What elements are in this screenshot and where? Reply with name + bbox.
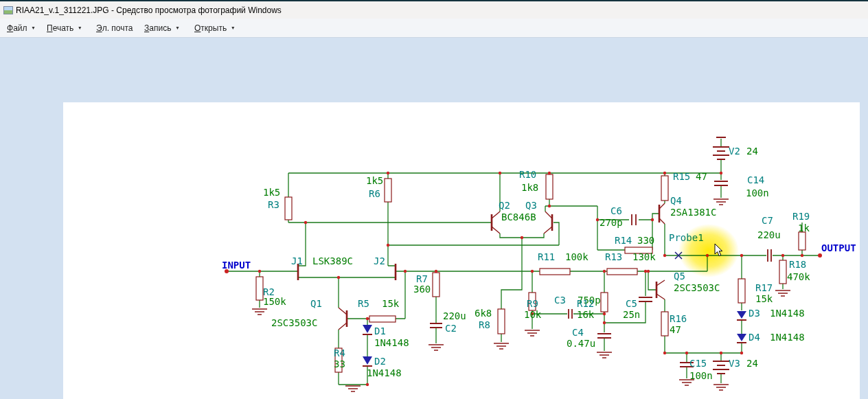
val-d3: 1N4148 — [770, 308, 805, 319]
ref-r13: R13 — [605, 252, 622, 262]
highlight-overlay — [678, 224, 739, 277]
val-r2: 150k — [263, 297, 286, 307]
val-v2: 24 — [746, 146, 758, 157]
ref-r16: R16 — [670, 314, 687, 324]
ref-c15: C15 — [689, 358, 707, 369]
val-c6: 270p — [599, 218, 623, 228]
ref-c7: C7 — [762, 216, 773, 226]
ref-r4: R4 — [334, 348, 345, 358]
ref-r5: R5 — [358, 299, 369, 309]
ref-c3: C3 — [554, 295, 566, 306]
val-q2q3: BC846B — [501, 212, 536, 223]
val-r12: 16k — [577, 310, 594, 320]
label-input: INPUT — [222, 260, 251, 271]
val-q5: 2SC3503C — [674, 283, 720, 293]
val-r19: 1k — [798, 223, 810, 233]
photo-viewer-window: RIAA21_v.1_311221.JPG - Средство просмот… — [0, 0, 868, 399]
ref-j2: J2 — [374, 256, 385, 266]
ref-c5: C5 — [626, 299, 637, 309]
val-r8: 6k8 — [475, 308, 492, 319]
ref-v3: V3 — [729, 358, 740, 369]
ref-r10: R10 — [519, 170, 536, 180]
val-r9: 10k — [524, 310, 541, 320]
ref-r7: R7 — [416, 274, 428, 284]
val-q1: 2SC3503C — [271, 318, 317, 328]
val-r11: 100k — [565, 252, 589, 262]
val-j1j2: LSK389C — [312, 256, 353, 266]
val-r10: 1k8 — [521, 183, 538, 193]
val-r6: 1k5 — [366, 176, 383, 186]
ref-d2: D2 — [374, 356, 386, 367]
ref-c6: C6 — [610, 206, 622, 216]
ref-q4: Q4 — [670, 196, 682, 206]
ref-q1: Q1 — [310, 299, 322, 309]
val-c7: 220u — [757, 230, 781, 240]
ref-r12: R12 — [577, 299, 594, 309]
val-d2: 1N4148 — [367, 368, 402, 378]
val-c14: 100n — [746, 188, 769, 198]
ref-r19: R19 — [792, 212, 810, 222]
val-r4: 33 — [334, 359, 345, 369]
ref-r8: R8 — [479, 320, 490, 330]
val-c4: 0.47u — [567, 339, 595, 349]
val-r16: 47 — [670, 325, 681, 335]
ref-c14: C14 — [747, 175, 764, 185]
ref-d3: D3 — [749, 308, 760, 319]
ref-r15: R15 — [673, 172, 690, 182]
val-c15: 100n — [689, 371, 713, 381]
ref-c4: C4 — [572, 328, 584, 338]
schematic-drawing — [0, 1, 868, 399]
ref-j1: J1 — [291, 256, 303, 266]
val-r18: 470k — [787, 272, 810, 282]
val-r15: 47 — [696, 172, 707, 182]
val-c5: 25n — [623, 310, 640, 320]
ref-v2: V2 — [729, 146, 740, 157]
ref-q5: Q5 — [674, 271, 685, 282]
ref-c2: C2 — [445, 323, 457, 334]
ref-q2: Q2 — [499, 201, 510, 211]
val-r17: 15k — [755, 294, 773, 304]
val-v3: 24 — [746, 358, 758, 369]
mouse-cursor — [714, 243, 724, 257]
ref-r17: R17 — [755, 283, 773, 293]
ref-r14: R14 — [615, 236, 632, 246]
val-d1: 1N4148 — [374, 338, 409, 348]
ref-q3: Q3 — [525, 201, 537, 211]
ref-d1: D1 — [374, 326, 386, 337]
val-q4: 2SA1381C — [670, 207, 716, 218]
schematic-nodes — [225, 172, 822, 386]
label-output: OUTPUT — [821, 243, 856, 253]
val-r5: 15k — [382, 299, 399, 309]
val-r3: 1k5 — [263, 187, 280, 198]
ref-d4: D4 — [749, 332, 760, 343]
ref-r3: R3 — [268, 200, 279, 210]
val-r13: 130k — [632, 252, 656, 262]
val-d4: 1N4148 — [770, 332, 805, 343]
val-r14: 330 — [637, 236, 654, 246]
ref-r11: R11 — [538, 252, 555, 262]
val-c2: 220u — [443, 311, 466, 321]
ref-r9: R9 — [527, 299, 538, 309]
ref-r18: R18 — [789, 260, 806, 270]
val-r7: 360 — [413, 284, 431, 295]
ref-r6: R6 — [369, 189, 380, 199]
